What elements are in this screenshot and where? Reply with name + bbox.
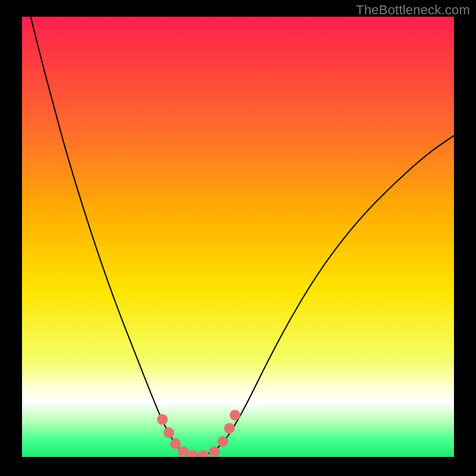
chart-frame: TheBottleneck.com [0,0,476,476]
svg-point-8 [218,436,228,447]
svg-point-5 [187,450,198,461]
svg-point-10 [230,410,240,421]
svg-point-7 [209,446,220,457]
svg-point-2 [164,427,174,438]
bottleneck-chart [0,0,476,476]
svg-point-6 [198,450,209,461]
plot-background [22,17,454,457]
svg-point-4 [178,446,189,457]
svg-point-3 [170,439,181,449]
watermark-text: TheBottleneck.com [356,2,470,18]
svg-point-1 [157,414,168,425]
svg-point-9 [224,423,234,434]
